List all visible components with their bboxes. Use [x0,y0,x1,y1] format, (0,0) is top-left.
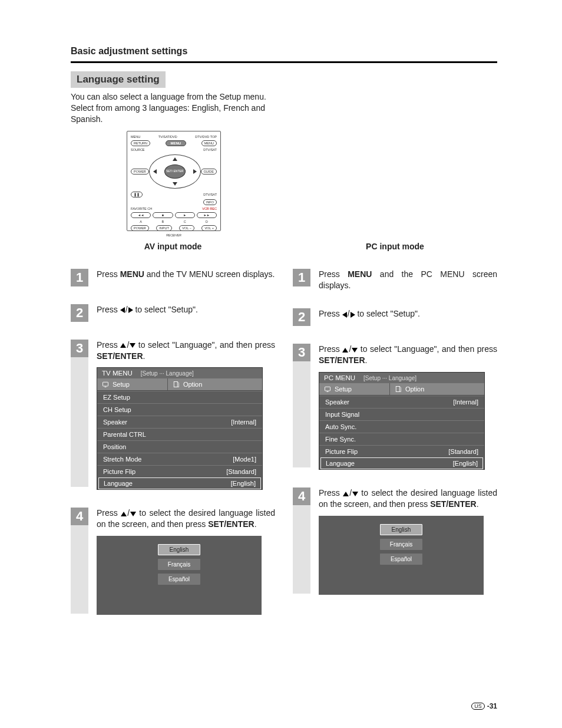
menu-row-label: Language [104,480,133,487]
menu-row-label: Parental CTRL [103,431,146,438]
menu-row-value: [Internal] [453,398,478,406]
page-number: US -31 [471,702,497,710]
menu-breadcrumb: [Setup ··· Language] [363,375,416,381]
menu-row-label: Fine Sync. [325,436,356,443]
remote-return-btn: RETURN [131,140,150,146]
remote-pause-btn: ❚❚ [131,192,143,197]
language-select-screenshot: EnglishFrançaisEspañol [97,536,262,615]
language-option: English [380,524,422,535]
menu-row: Auto Sync. [319,420,484,433]
step-number: 1 [71,269,88,286]
step-text: Press / to select "Language", and then p… [319,344,497,366]
language-select-screenshot: EnglishFrançaisEspañol [319,516,484,595]
menu-row: Speaker[Internal] [319,396,484,408]
step-number: 2 [71,304,88,322]
remote-input-btn: INPUT [156,225,172,231]
remote-label: D [197,220,217,223]
step-number: 1 [293,269,310,286]
remote-set-enter-btn: SET/ ENTER [164,164,186,179]
left-arrow-icon [342,312,347,318]
step-text: Press / to select "Setup". [319,308,497,319]
remote-vol-down-btn: VOL − [179,225,194,231]
menu-row-label: Auto Sync. [325,423,356,430]
menu-title: TV MENU [102,370,133,377]
remote-label: FAVORITE CH [131,207,152,210]
pc-mode-title: PC input mode [293,242,497,251]
remote-guide-btn: GUIDE [201,169,217,174]
region-badge: US [471,703,485,710]
menu-row-label: Speaker [103,419,127,426]
language-option: Français [380,539,422,550]
section-title: Basic adjustment settings [71,46,497,57]
menu-row: Picture Flip[Standard] [319,445,484,457]
remote-dpad: SET/ ENTER [149,154,201,189]
language-option: English [158,544,200,555]
up-arrow-icon [343,492,349,496]
step-text: Press / to select "Language", and then p… [97,340,275,362]
remote-label: RECEIVER [131,233,217,237]
down-arrow-icon [173,182,177,186]
menu-row-label: CH Setup [103,406,131,413]
remote-label: DTV/SAT [203,148,217,151]
remote-label: B [153,220,173,223]
remote-label: C [175,220,195,223]
menu-row-label: Position [103,443,126,450]
menu-tab-setup: Setup [97,378,168,390]
language-option: Español [158,574,200,585]
down-arrow-icon [130,512,136,516]
menu-tab-option: Option [168,378,262,390]
tv-icon [102,381,109,388]
menu-row: Speaker[Internal] [97,416,262,428]
up-arrow-icon [342,348,348,353]
step-number: 2 [293,308,310,326]
menu-row-value: [English] [231,480,256,487]
menu-row: Position [97,440,262,453]
menu-row: Parental CTRL [97,428,262,440]
language-option: Français [158,559,200,570]
down-arrow-icon [130,343,135,348]
rule [71,61,497,63]
remote-menu2-btn: MENU [201,140,217,146]
remote-play-btn: ► [175,212,195,218]
menu-row-value: [Mode1] [233,456,256,463]
svg-rect-0 [103,383,108,387]
menu-row-label: Input Signal [325,411,359,418]
menu-row: Language[English] [320,457,483,469]
av-mode-title: AV input mode [71,242,275,251]
remote-label: DTV/DVD TOP [195,135,217,139]
step-text: Press MENU and the PC MENU screen displa… [319,269,497,291]
svg-rect-2 [174,382,177,387]
menu-row: Picture Flip[Standard] [97,465,262,477]
remote-info-btn: INFO [203,199,217,205]
step-text: Press MENU and the TV MENU screen displa… [97,269,275,280]
menu-row: Stretch Mode[Mode1] [97,453,262,465]
remote-vol-up-btn: VOL + [201,225,217,231]
menu-row-label: Picture Flip [325,448,358,455]
remote-recv-power-btn: POWER [131,225,149,231]
language-option: Español [380,554,422,565]
svg-rect-5 [396,387,399,392]
menu-row: EZ Setup [97,391,262,403]
menu-tab-setup: Setup [319,383,390,395]
remote-label: TV/SAT/DVD [158,135,177,139]
doc-icon [395,386,402,393]
left-arrow-icon [153,169,157,174]
step-text: Press / to select the desired language l… [319,487,497,510]
menu-breadcrumb: [Setup ··· Language] [141,370,194,377]
remote-power-btn: POWER [131,169,149,174]
step-number: 4 [293,487,310,505]
right-arrow-icon [351,312,355,318]
menu-tab-option: Option [390,383,484,395]
up-arrow-icon [120,343,126,348]
remote-ff-btn: ►► [197,212,217,218]
menu-row: Input Signal [319,408,484,420]
menu-row-label: EZ Setup [103,394,130,401]
step-number: 4 [71,508,88,525]
menu-row-label: Picture Flip [103,468,135,475]
intro-text: You can also select a language from the … [71,91,277,125]
step-text: Press / to select the desired language l… [97,508,275,530]
menu-row-value: [Standard] [448,448,478,455]
remote-rew-btn: ◄◄ [131,212,151,218]
step-text: Press / to select "Setup". [97,304,275,315]
menu-row-label: Language [326,460,355,467]
